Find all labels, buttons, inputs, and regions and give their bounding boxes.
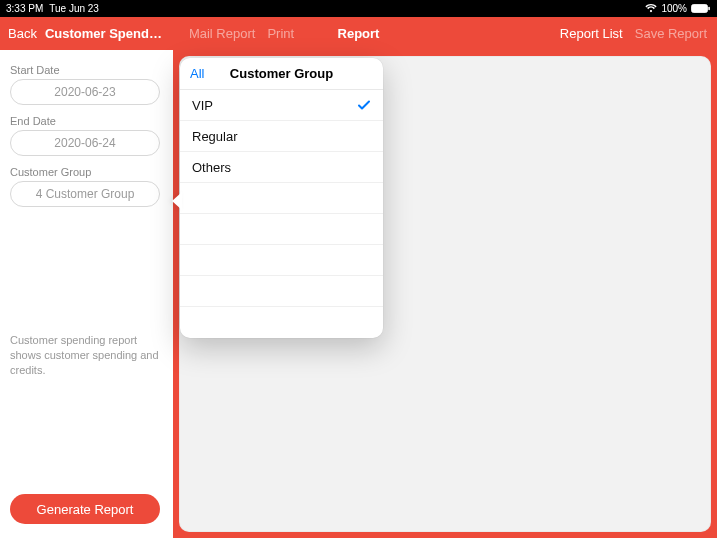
back-button[interactable]: Back <box>8 26 37 41</box>
header-bar: Back Customer Spending... Mail Report Pr… <box>0 17 717 50</box>
svg-rect-1 <box>708 7 710 10</box>
end-date-value: 2020-06-24 <box>54 136 115 150</box>
popover-option[interactable]: Regular <box>180 121 383 152</box>
popover-option[interactable]: Others <box>180 152 383 183</box>
customer-group-value: 4 Customer Group <box>36 187 135 201</box>
popover-option <box>180 183 383 214</box>
popover-option-label: Regular <box>192 129 238 144</box>
content-title: Report <box>338 17 380 50</box>
popover-all-button[interactable]: All <box>190 66 204 81</box>
start-date-field[interactable]: 2020-06-23 <box>10 79 160 105</box>
start-date-value: 2020-06-23 <box>54 85 115 99</box>
popover-option <box>180 245 383 276</box>
mail-report-button: Mail Report <box>189 26 255 41</box>
popover-option <box>180 276 383 307</box>
battery-icon <box>691 4 711 13</box>
popover-title: Customer Group <box>230 66 333 81</box>
check-icon <box>357 98 371 112</box>
page-title: Customer Spending... <box>45 26 165 41</box>
print-button: Print <box>267 26 294 41</box>
customer-group-label: Customer Group <box>10 166 163 178</box>
report-list-button[interactable]: Report List <box>560 26 623 41</box>
status-bar: 3:33 PM Tue Jun 23 100% <box>0 0 717 17</box>
popover-list: VIPRegularOthers <box>180 90 383 307</box>
report-description: Customer spending report shows customer … <box>10 333 160 378</box>
status-battery-pct: 100% <box>661 3 687 14</box>
popover-option[interactable]: VIP <box>180 90 383 121</box>
status-date: Tue Jun 23 <box>49 3 99 14</box>
popover-option-label: VIP <box>192 98 213 113</box>
status-time: 3:33 PM <box>6 3 43 14</box>
popover-option <box>180 214 383 245</box>
customer-group-popover: All Customer Group VIPRegularOthers <box>180 58 383 338</box>
end-date-label: End Date <box>10 115 163 127</box>
popover-arrow <box>172 192 182 210</box>
start-date-label: Start Date <box>10 64 163 76</box>
customer-group-field[interactable]: 4 Customer Group <box>10 181 160 207</box>
sidebar: Start Date 2020-06-23 End Date 2020-06-2… <box>0 50 173 538</box>
wifi-icon <box>645 4 657 13</box>
save-report-button: Save Report <box>635 26 707 41</box>
popover-option-label: Others <box>192 160 231 175</box>
svg-rect-0 <box>692 5 708 13</box>
end-date-field[interactable]: 2020-06-24 <box>10 130 160 156</box>
generate-report-label: Generate Report <box>37 502 134 517</box>
generate-report-button[interactable]: Generate Report <box>10 494 160 524</box>
